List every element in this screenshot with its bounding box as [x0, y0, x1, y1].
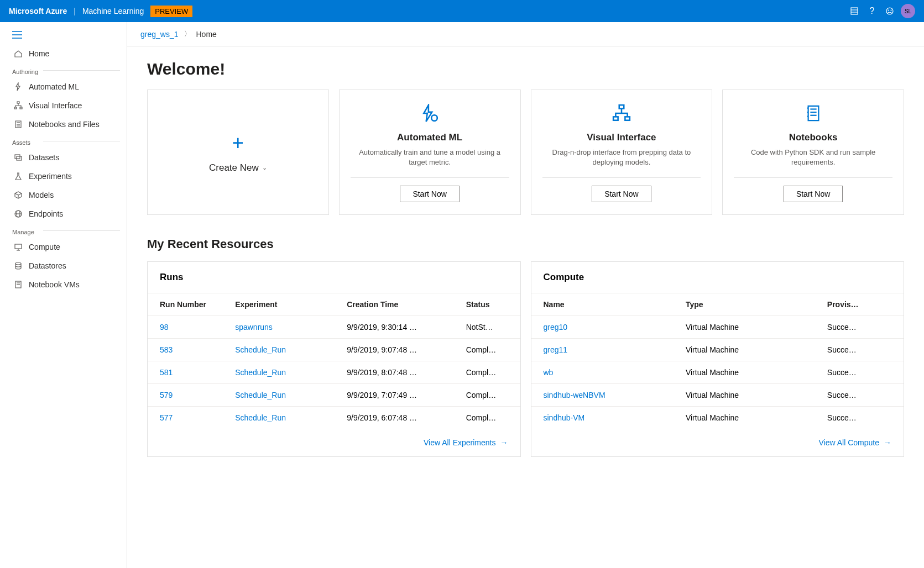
svg-rect-31 [625, 117, 630, 120]
page-title: Welcome! [147, 60, 904, 78]
content: Welcome! + Create New ⌄ Automated ML Aut… [127, 46, 924, 568]
nav-label: Endpoints [29, 209, 63, 218]
nav-notebooks-files[interactable]: Notebooks and Files [0, 115, 127, 134]
directory-icon[interactable] [845, 2, 863, 20]
nav-datasets[interactable]: Datasets [0, 148, 127, 167]
card-title: Notebooks [789, 132, 838, 143]
compute-link[interactable]: sindhub-VM [544, 413, 585, 422]
create-new-card[interactable]: + Create New ⌄ [147, 90, 329, 215]
cell-type: Virtual Machine [680, 407, 822, 429]
section-assets: Assets [0, 134, 127, 148]
cell-time: 9/9/2019, 8:07:48 … [341, 361, 461, 384]
run-link[interactable]: 583 [160, 345, 173, 354]
cell-status: NotSt… [461, 316, 520, 339]
nav-experiments[interactable]: Experiments [0, 167, 127, 186]
cell-status: Compl… [461, 407, 520, 429]
panel-title: Runs [148, 262, 520, 293]
notebook-vm-icon [12, 280, 24, 289]
visual-interface-card: Visual Interface Drag-n-drop interface f… [531, 90, 713, 215]
start-now-button[interactable]: Start Now [784, 186, 843, 202]
experiment-link[interactable]: Schedule_Run [235, 413, 286, 422]
svg-rect-32 [808, 106, 818, 120]
start-now-button[interactable]: Start Now [592, 186, 651, 202]
product-name: Machine Learning [82, 7, 144, 15]
database-icon [12, 261, 24, 270]
home-icon [12, 49, 24, 58]
run-link[interactable]: 581 [160, 368, 173, 377]
svg-rect-0 [851, 8, 858, 14]
help-icon[interactable]: ? [863, 2, 881, 20]
nav-models[interactable]: Models [0, 186, 127, 204]
compute-link[interactable]: wb [544, 368, 554, 377]
compute-link[interactable]: greg11 [544, 345, 568, 354]
recent-heading: My Recent Resources [147, 237, 904, 251]
cell-time: 9/9/2019, 6:07:48 … [341, 407, 461, 429]
monitor-icon [12, 243, 24, 251]
breadcrumb-current: Home [196, 30, 217, 39]
table-row: 581Schedule_Run9/9/2019, 8:07:48 …Compl… [148, 361, 520, 384]
experiment-link[interactable]: Schedule_Run [235, 345, 286, 354]
workflow-icon [612, 102, 631, 124]
card-desc: Automatically train and tune a model usi… [351, 148, 509, 167]
svg-point-24 [15, 262, 21, 265]
arrow-right-icon: → [884, 438, 891, 447]
col-type: Type [680, 293, 822, 316]
nav-compute[interactable]: Compute [0, 238, 127, 256]
nav-home[interactable]: Home [0, 44, 127, 63]
svg-rect-10 [14, 107, 17, 109]
brand: Microsoft Azure [9, 7, 67, 15]
col-provisioning: Provis… [822, 293, 904, 316]
run-link[interactable]: 577 [160, 413, 173, 422]
nav-notebook-vms[interactable]: Notebook VMs [0, 275, 127, 294]
card-title: Automated ML [397, 132, 462, 143]
svg-point-28 [431, 115, 437, 121]
cell-provisioning: Succe… [822, 407, 904, 429]
experiment-link[interactable]: Schedule_Run [235, 368, 286, 377]
cell-type: Virtual Machine [680, 339, 822, 361]
compute-link[interactable]: greg10 [544, 323, 568, 332]
compute-link[interactable]: sindhub-weNBVM [544, 391, 605, 399]
plus-icon: + [232, 132, 244, 155]
breadcrumb: greg_ws_1 〉 Home [127, 22, 924, 46]
start-now-button[interactable]: Start Now [400, 186, 459, 202]
cell-time: 9/9/2019, 7:07:49 … [341, 384, 461, 407]
table-row: greg10Virtual MachineSucce… [531, 316, 904, 339]
panel-title: Compute [531, 262, 904, 293]
globe-icon [12, 209, 24, 218]
svg-point-4 [888, 10, 889, 10]
cell-status: Compl… [461, 384, 520, 407]
nav-automated-ml[interactable]: Automated ML [0, 77, 127, 96]
run-link[interactable]: 98 [160, 323, 169, 332]
welcome-cards: + Create New ⌄ Automated ML Automaticall… [147, 90, 904, 215]
hamburger-icon[interactable] [0, 28, 127, 44]
topbar: Microsoft Azure | Machine Learning PREVI… [0, 0, 924, 22]
arrow-right-icon: → [500, 438, 508, 447]
breadcrumb-workspace[interactable]: greg_ws_1 [140, 30, 179, 39]
nav-visual-interface[interactable]: Visual Interface [0, 96, 127, 115]
feedback-icon[interactable] [881, 2, 899, 20]
experiment-link[interactable]: Schedule_Run [235, 391, 286, 399]
cell-type: Virtual Machine [680, 316, 822, 339]
notebook-icon [12, 120, 24, 129]
box-icon [12, 191, 24, 199]
run-link[interactable]: 579 [160, 391, 173, 399]
compute-panel: Compute Name Type Provis… greg10Virtual … [531, 261, 905, 457]
user-avatar[interactable]: SL [901, 4, 915, 18]
view-all-compute-link[interactable]: View All Compute → [819, 438, 891, 447]
table-row: 579Schedule_Run9/9/2019, 7:07:49 …Compl… [148, 384, 520, 407]
svg-rect-29 [619, 105, 624, 108]
nav-label: Notebooks and Files [29, 120, 100, 129]
cell-status: Compl… [461, 339, 520, 361]
table-row: 98spawnruns9/9/2019, 9:30:14 …NotSt… [148, 316, 520, 339]
cell-time: 9/9/2019, 9:07:48 … [341, 339, 461, 361]
view-all-experiments-link[interactable]: View All Experiments → [424, 438, 508, 447]
chevron-right-icon: 〉 [184, 29, 191, 39]
col-creation-time: Creation Time [341, 293, 461, 316]
nav-endpoints[interactable]: Endpoints [0, 204, 127, 223]
nav-datastores[interactable]: Datastores [0, 256, 127, 275]
experiment-link[interactable]: spawnruns [235, 323, 273, 332]
table-row: sindhub-weNBVMVirtual MachineSucce… [531, 384, 904, 407]
cell-type: Virtual Machine [680, 361, 822, 384]
nav-label: Compute [29, 243, 60, 251]
cell-provisioning: Succe… [822, 339, 904, 361]
